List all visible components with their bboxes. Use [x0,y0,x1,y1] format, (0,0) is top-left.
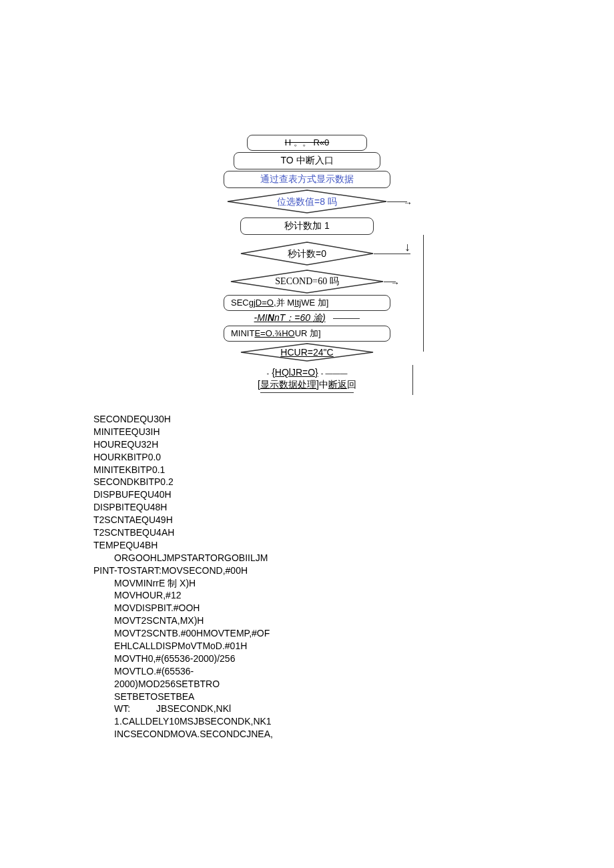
code-line: MOVTLO.#(65536- [93,665,521,678]
flow-node-8: MINITE=O.¾HOUR 加] [224,326,390,342]
code-line: INCSECONDMOVA.SECONDCJNEA, [93,728,521,741]
flow-decision-2: SECOND=60 吗 → [230,270,384,294]
code-line: PINT-TOSTART:MOVSECOND,#00H [93,564,521,577]
code-line: HOUREQU32H [93,438,521,451]
code-line: DISPBITEQU48H [93,501,521,514]
arrow-right-icon-2: → [390,278,400,288]
flow-n7-text: -MINnT：=60 渝) [254,312,326,323]
flow-n6-text: SECgjD=O,并 MItjWE 加] [231,298,328,308]
flow-decision-1: 位选数值=8 吗 → [227,189,387,213]
flow-decision-3: HCUR=24"C [240,343,374,362]
flow-node-6: SECgjD=O,并 MItjWE 加] [224,295,390,311]
code-line: EHLCALLDISPMoVTMoD.#01H [93,640,521,653]
code-line: MOVTH0,#(65536-2000)/256 [93,653,521,665]
code-line: MINITEKBITP0.1 [93,464,521,476]
code-line: DISPBUFEQU40H [93,488,521,501]
flow-n4-text: 秒计数加 1 [284,220,330,231]
flow-decision-mid: 秒计数=0 ↓ [240,242,374,266]
flow-n2-text: TO 中断入口 [280,155,333,165]
code-line: MINITEEQU3IH [93,426,521,438]
code-block: SECONDEQU30H MINITEEQU3IH HOUREQU32H HOU… [93,413,521,741]
branch-line-2 [412,365,413,395]
flow-node-7: -MINnT：=60 渝) [210,312,404,324]
code-line: MOVHOUR,#12 [93,589,521,602]
page-root: { "flow": { "n1": "H 。。 R«0", "n2": "TO … [0,0,614,781]
flow-node-2: TO 中断入口 [234,152,380,169]
code-line: ORGOOHLJMPSTARTORGOBIILJM [93,552,521,564]
flow-node-3: 通过查表方式显示数据 [224,171,390,188]
flow-n9-text: HCUR=24"C [240,343,374,362]
flow-n5-text: 秒计数=0 [240,242,374,266]
arrow-down-icon: ↓ [404,240,410,254]
flow-d2-text: SECOND=60 吗 [230,270,384,294]
code-line: HOURKBITP0.0 [93,451,521,464]
code-line: MOVMINrrE 制 X)H [93,577,521,590]
code-line: T2SCNTAEQU49H [93,514,521,526]
flow-n10-text: {HQlJR=O} [272,367,318,378]
flow-node-4: 秒计数加 1 [240,218,374,235]
code-line: 1.CALLDELY10MSJBSECONDK,NK1 [93,715,521,728]
branch-line-1 [423,235,424,352]
code-line: T2SCNTBEQU4AH [93,526,521,539]
flow-n11-text: [显示数据处理]中断返回 [258,379,356,390]
code-line: TEMPEQU4BH [93,539,521,552]
code-line: SETBETOSETBEA [93,691,521,703]
code-line: SECONDEQU30H [93,413,521,426]
flow-node-1: H 。。 R«0 [247,135,367,151]
flow-node-10: - {HQlJR=O} - ——— [210,367,404,378]
flow-n1-text: H 。。 R«0 [285,137,329,147]
flowchart-container: H 。。 R«0 TO 中断入口 通过查表方式显示数据 位选数值=8 吗 → 秒… [210,135,404,393]
flow-node-11: [显示数据处理]中断返回 [210,379,404,391]
flow-n3-text: 通过查表方式显示数据 [260,173,354,184]
arrow-right-icon: → [403,197,412,208]
code-line: WT: JBSECONDK,NKl [93,703,521,715]
code-line: SECONDKBITP0.2 [93,476,521,488]
code-line: MOVT2SCNTA,MX)H [93,614,521,627]
code-line: MOVDISPBIT.#OOH [93,602,521,614]
code-line: 2000)MOD256SETBTRO [93,678,521,691]
flow-n8-text: MINITE=O.¾HOUR 加] [231,328,321,338]
bottom-rule [260,392,354,393]
code-line: MOVT2SCNTB.#00HMOVTEMP,#OF [93,627,521,640]
flow-d1-text: 位选数值=8 吗 [227,189,387,213]
